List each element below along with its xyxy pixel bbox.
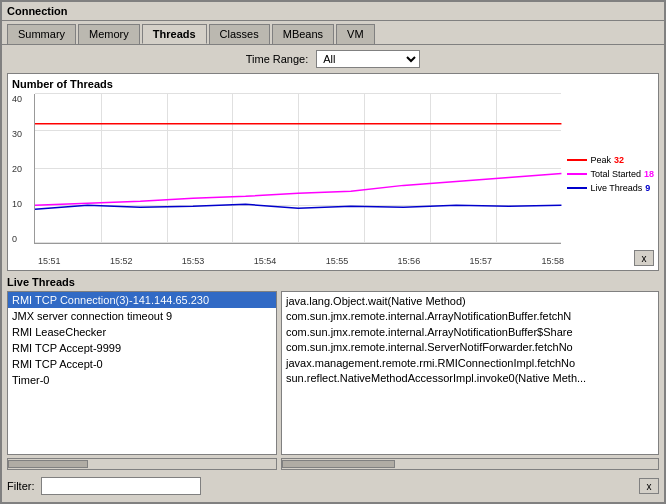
thread-detail-pane: java.lang.Object.wait(Native Method) com… [281,291,659,455]
detail-line-5: sun.reflect.NativeMethodAccessorImpl.inv… [286,371,654,386]
time-range-row: Time Range: All Last 1 minute Last 5 min… [7,50,659,68]
tab-memory[interactable]: Memory [78,24,140,44]
x-label-6: 15:57 [470,256,493,266]
thread-list-pane[interactable]: RMI TCP Connection(3)-141.144.65.230 JMX… [7,291,277,455]
chart-section: Number of Threads 0 10 20 30 40 [7,73,659,271]
y-label-20: 20 [12,164,30,174]
legend-live-line [567,187,587,189]
x-label-4: 15:55 [326,256,349,266]
thread-list-scrollbar[interactable] [7,458,277,470]
y-label-0: 0 [12,234,30,244]
y-label-10: 10 [12,199,30,209]
filter-input[interactable] [41,477,201,495]
thread-item-3[interactable]: RMI TCP Accept-9999 [8,340,276,356]
detail-line-4: javax.management.remote.rmi.RMIConnectio… [286,356,654,371]
legend-total-label: Total Started [590,169,641,179]
legend-total: Total Started 18 [567,169,654,179]
legend-peak-line [567,159,587,161]
filter-button[interactable]: x [639,478,659,494]
filter-label: Filter: [7,480,35,492]
tabs-bar: Summary Memory Threads Classes MBeans VM [2,21,664,45]
time-range-label: Time Range: [246,53,309,65]
main-window: Connection Summary Memory Threads Classe… [0,0,666,504]
live-threads-title: Live Threads [7,276,659,288]
x-label-7: 15:58 [541,256,564,266]
tab-mbeans[interactable]: MBeans [272,24,334,44]
legend-live: Live Threads 9 [567,183,654,193]
thread-item-4[interactable]: RMI TCP Accept-0 [8,356,276,372]
chart-plot [34,94,561,244]
x-label-1: 15:52 [110,256,133,266]
legend-peak: Peak 32 [567,155,654,165]
filter-row: Filter: x [7,475,659,497]
chart-camera-button[interactable]: x [634,250,654,266]
detail-line-2: com.sun.jmx.remote.internal.ArrayNotific… [286,325,654,340]
tab-threads[interactable]: Threads [142,24,207,44]
tab-vm[interactable]: VM [336,24,375,44]
thread-item-2[interactable]: RMI LeaseChecker [8,324,276,340]
threads-panes: RMI TCP Connection(3)-141.144.65.230 JMX… [7,291,659,455]
chart-svg [35,94,561,243]
thread-item-1[interactable]: JMX server connection timeout 9 [8,308,276,324]
chart-y-axis: 0 10 20 30 40 [12,94,34,244]
detail-line-0: java.lang.Object.wait(Native Method) [286,294,654,309]
thread-item-5[interactable]: Timer-0 [8,372,276,388]
chart-x-labels: 15:51 15:52 15:53 15:54 15:55 15:56 15:5… [12,256,654,266]
legend-total-line [567,173,587,175]
scrollbar-row [7,458,659,470]
tab-classes[interactable]: Classes [209,24,270,44]
live-threads-section: Live Threads RMI TCP Connection(3)-141.1… [7,276,659,470]
chart-area: 0 10 20 30 40 [12,94,654,254]
detail-scrollbar[interactable] [281,458,659,470]
x-label-3: 15:54 [254,256,277,266]
detail-line-1: com.sun.jmx.remote.internal.ArrayNotific… [286,309,654,324]
detail-line-3: com.sun.jmx.remote.internal.ServerNotifF… [286,340,654,355]
legend-live-value: 9 [645,183,650,193]
x-label-2: 15:53 [182,256,205,266]
chart-legend: Peak 32 Total Started 18 Live Threads 9 [561,94,654,254]
thread-item-0[interactable]: RMI TCP Connection(3)-141.144.65.230 [8,292,276,308]
y-label-30: 30 [12,129,30,139]
tab-summary[interactable]: Summary [7,24,76,44]
legend-peak-value: 32 [614,155,624,165]
legend-live-label: Live Threads [590,183,642,193]
x-label-0: 15:51 [38,256,61,266]
x-label-5: 15:56 [398,256,421,266]
chart-title: Number of Threads [12,78,654,90]
tab-content: Time Range: All Last 1 minute Last 5 min… [2,45,664,502]
time-range-select[interactable]: All Last 1 minute Last 5 minutes Last 10… [316,50,420,68]
y-label-40: 40 [12,94,30,104]
legend-peak-label: Peak [590,155,611,165]
legend-total-value: 18 [644,169,654,179]
window-title: Connection [2,2,664,21]
